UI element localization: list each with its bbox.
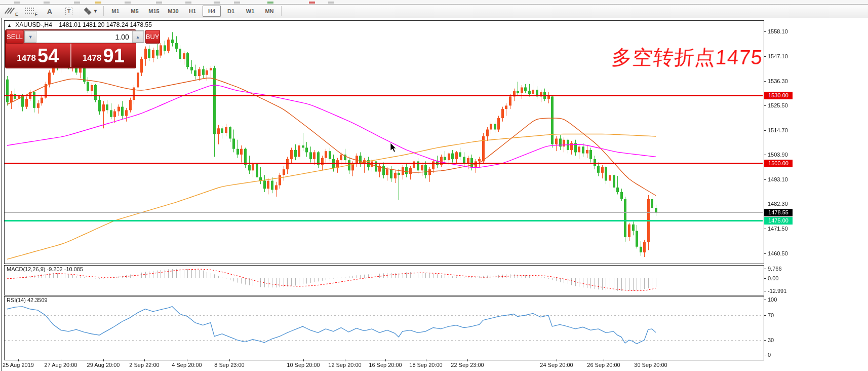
time-tick-label: 16 Sep 20:00: [369, 362, 402, 368]
time-tick-label: 27 Aug 20:00: [45, 362, 77, 368]
ohlc-values: 1481.01 1481.20 1478.24 1478.55: [59, 21, 152, 28]
trade-panel-controls: SELL ▼ ▲ BUY: [6, 30, 136, 44]
price-tick-label: 1514.70: [768, 127, 788, 133]
sell-price-big: 54: [37, 46, 59, 65]
time-tick-mark: [557, 359, 557, 361]
time-tick-label: 26 Sep 20:00: [587, 362, 620, 368]
time-tick-label: 30 Sep 20:00: [634, 362, 667, 368]
time-tick-label: 8 Sep 23:00: [214, 362, 244, 368]
rsi-tick-mark: [764, 300, 766, 300]
price-tick-mark: [764, 204, 766, 204]
price-tick-mark: [764, 31, 766, 32]
price-tick-mark: [764, 229, 766, 229]
symbol-label: XAUUSD-,H4: [15, 21, 52, 28]
volume-increase-button[interactable]: ▲: [132, 31, 144, 43]
time-tick-mark: [103, 359, 104, 361]
time-tick-mark: [651, 359, 651, 361]
time-tick-mark: [61, 359, 61, 361]
rsi-tick-mark: [764, 355, 766, 355]
collapse-triangle-icon[interactable]: ▲: [7, 23, 12, 28]
time-tick-mark: [18, 359, 19, 361]
mouse-cursor-icon: [390, 143, 398, 153]
horizontal-level-line[interactable]: [5, 163, 763, 164]
time-tick-label: 24 Sep 20:00: [540, 362, 573, 368]
horizontal-level-line[interactable]: [5, 220, 763, 221]
price-tick-mark: [764, 130, 766, 131]
rsi-tick-label: 100: [768, 296, 777, 303]
time-tick-label: 25 Aug 2019: [3, 362, 34, 368]
price-tick-mark: [764, 81, 766, 82]
price-tick-label: 1471.50: [768, 226, 788, 232]
time-tick-mark: [385, 359, 386, 361]
price-tick-label: 1547.10: [768, 53, 788, 59]
time-tick-label: 18 Sep 20:00: [409, 362, 442, 368]
time-tick-label: 29 Aug 20:00: [87, 362, 120, 368]
sell-price-small: 1478: [17, 53, 36, 63]
time-tick-mark: [144, 359, 145, 361]
trade-panel-prices: 1478 54 1478 91: [6, 44, 136, 67]
one-click-trading-panel: SELL ▼ ▲ BUY 1478 54 1478 91: [5, 29, 136, 68]
horizontal-level-line[interactable]: [5, 95, 763, 96]
sell-price-box[interactable]: 1478 54: [6, 44, 70, 67]
sell-button[interactable]: SELL: [6, 30, 23, 44]
rsi-indicator-label: RSI(14) 42.3509: [7, 297, 48, 303]
price-tick-mark: [764, 179, 766, 180]
chart-annotation-text: 多空转折点1475: [581, 44, 764, 71]
volume-input[interactable]: [36, 31, 132, 43]
price-tick-mark: [764, 56, 766, 57]
buy-price-box[interactable]: 1478 91: [71, 44, 136, 67]
buy-price-small: 1478: [83, 53, 102, 63]
price-level-tag: 1475.00: [764, 217, 793, 225]
rsi-tick-label: 70: [768, 312, 774, 318]
time-tick-label: 2 Sep 22:00: [129, 362, 159, 368]
chart-symbol-header: ▲ XAUUSD-,H4 1481.01 1481.20 1478.24 147…: [7, 21, 152, 28]
price-tick-label: 1558.10: [768, 28, 788, 34]
rsi-tick-mark: [764, 340, 766, 341]
price-tick-label: 1482.30: [768, 201, 788, 207]
time-tick-label: 4 Sep 20:00: [172, 362, 202, 368]
price-tick-label: 1525.50: [768, 102, 788, 108]
time-tick-label: 22 Sep 23:00: [451, 362, 484, 368]
price-tick-mark: [764, 253, 766, 254]
time-tick-label: 12 Sep 20:00: [328, 362, 361, 368]
buy-price-big: 91: [103, 46, 125, 65]
buy-button[interactable]: BUY: [145, 30, 160, 44]
macd-tick-label: 9.766: [768, 266, 782, 272]
macd-tick-mark: [764, 278, 766, 279]
macd-indicator-label: MACD(12,26,9) -9.202 -10.085: [7, 266, 83, 272]
macd-tick-mark: [764, 291, 766, 291]
time-tick-mark: [604, 359, 604, 361]
time-tick-mark: [303, 359, 304, 361]
time-tick-mark: [187, 359, 187, 361]
volume-decrease-button[interactable]: ▼: [25, 31, 36, 43]
price-tick-mark: [764, 155, 766, 155]
price-level-tag: 1500.00: [764, 160, 793, 167]
macd-tick-label: 0.00: [768, 275, 778, 281]
price-level-tag: 1478.55: [764, 209, 793, 216]
price-level-tag: 1530.00: [764, 92, 793, 99]
trading-terminal-window: EFAT▼ M1M5M15M30H1H4D1W1MN ▲ XAUUSD-,H4 …: [0, 0, 868, 371]
price-tick-label: 1536.30: [768, 78, 788, 84]
time-tick-mark: [345, 359, 345, 361]
price-tick-label: 1493.10: [768, 176, 788, 182]
rsi-tick-mark: [764, 315, 766, 316]
price-tick-mark: [764, 105, 766, 106]
time-tick-label: 10 Sep 20:00: [287, 362, 320, 368]
macd-tick-label: -12.991: [768, 288, 786, 294]
price-tick-label: 1460.50: [768, 250, 788, 256]
rsi-tick-label: 30: [768, 337, 774, 343]
time-tick-mark: [426, 359, 426, 361]
time-tick-mark: [467, 359, 468, 361]
current-price-line[interactable]: [5, 212, 763, 213]
volume-stepper: ▼ ▲: [24, 30, 144, 43]
macd-tick-mark: [764, 269, 766, 269]
time-tick-mark: [229, 359, 230, 361]
price-tick-label: 1503.90: [768, 152, 788, 158]
rsi-tick-label: 0: [768, 352, 771, 358]
